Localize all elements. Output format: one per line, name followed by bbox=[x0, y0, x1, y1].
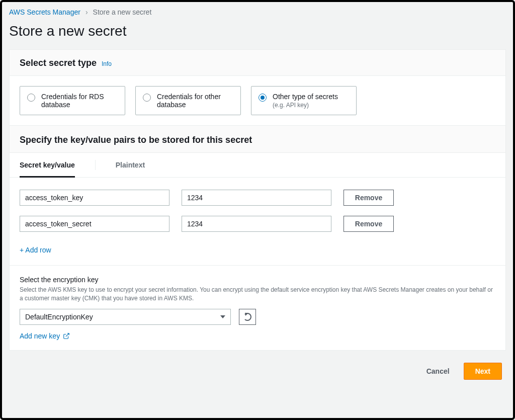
kvp-value-input[interactable] bbox=[182, 216, 331, 232]
add-new-key-link[interactable]: Add new key bbox=[20, 332, 70, 340]
tab-secret-key-value[interactable]: Secret key/value bbox=[20, 153, 75, 178]
radio-icon bbox=[259, 94, 267, 102]
kvp-key-input[interactable] bbox=[20, 190, 169, 206]
kvp-tabs: Secret key/value Plaintext bbox=[10, 153, 505, 178]
kvp-key-input[interactable] bbox=[20, 216, 169, 232]
remove-row-button[interactable]: Remove bbox=[344, 216, 394, 232]
svg-line-0 bbox=[66, 333, 69, 336]
secret-type-option-other[interactable]: Other type of secrets (e.g. API key) bbox=[251, 86, 357, 115]
option-label: Credentials for other database bbox=[157, 93, 233, 109]
page-title: Store a new secret bbox=[9, 23, 506, 39]
next-button[interactable]: Next bbox=[464, 363, 502, 380]
encryption-description: Select the AWS KMS key to use to encrypt… bbox=[20, 286, 495, 303]
select-secret-type-title: Select secret type bbox=[20, 58, 97, 68]
add-row-button[interactable]: + Add row bbox=[10, 246, 61, 265]
encryption-label: Select the encryption key bbox=[20, 276, 495, 284]
option-label: Other type of secrets bbox=[273, 93, 338, 101]
option-sublabel: (e.g. API key) bbox=[273, 102, 338, 109]
encryption-key-select[interactable]: DefaultEncryptionKey bbox=[20, 309, 231, 325]
breadcrumb-current: Store a new secret bbox=[93, 8, 152, 16]
secret-type-option-rds[interactable]: Credentials for RDS database bbox=[20, 86, 125, 115]
kvp-rows: Remove Remove bbox=[10, 178, 505, 246]
info-link[interactable]: Info bbox=[102, 60, 112, 67]
external-link-icon bbox=[63, 332, 70, 340]
add-new-key-label: Add new key bbox=[20, 332, 60, 340]
refresh-keys-button[interactable] bbox=[239, 309, 256, 325]
remove-row-button[interactable]: Remove bbox=[344, 190, 394, 206]
main-panel: Select secret type Info Credentials for … bbox=[9, 49, 506, 351]
tab-plaintext[interactable]: Plaintext bbox=[116, 153, 145, 178]
chevron-right-icon: › bbox=[85, 8, 88, 16]
kvp-row: Remove bbox=[20, 190, 495, 206]
cancel-button[interactable]: Cancel bbox=[419, 363, 457, 380]
option-label: Credentials for RDS database bbox=[41, 93, 118, 109]
caret-down-icon bbox=[220, 315, 225, 318]
encryption-selected-value: DefaultEncryptionKey bbox=[25, 313, 93, 321]
footer-actions: Cancel Next bbox=[9, 351, 506, 382]
select-secret-type-header: Select secret type Info bbox=[10, 50, 505, 76]
kvp-section-title: Specify the key/value pairs to be stored… bbox=[20, 135, 252, 145]
secret-type-option-other-db[interactable]: Credentials for other database bbox=[135, 86, 241, 115]
breadcrumb-root-link[interactable]: AWS Secrets Manager bbox=[9, 8, 80, 16]
secret-type-options: Credentials for RDS database Credentials… bbox=[10, 76, 505, 125]
refresh-icon bbox=[243, 313, 251, 321]
kvp-row: Remove bbox=[20, 216, 495, 232]
encryption-section: Select the encryption key Select the AWS… bbox=[10, 265, 505, 350]
radio-icon bbox=[27, 94, 35, 102]
kvp-value-input[interactable] bbox=[182, 190, 331, 206]
tab-divider bbox=[95, 160, 96, 170]
kvp-section-header: Specify the key/value pairs to be stored… bbox=[10, 125, 505, 153]
radio-icon bbox=[143, 94, 151, 102]
breadcrumb: AWS Secrets Manager › Store a new secret bbox=[9, 8, 506, 16]
